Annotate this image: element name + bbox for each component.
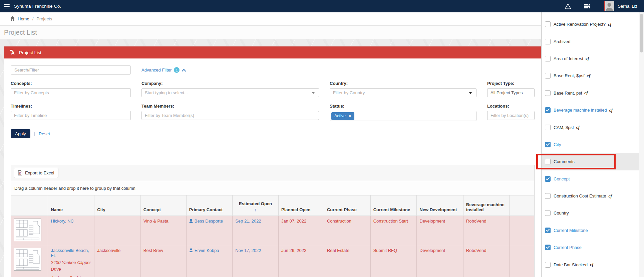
- scrollbar-thumb[interactable]: [640, 14, 643, 52]
- column-header-estimated-open[interactable]: Estimated Open↑: [233, 195, 279, 216]
- checkbox[interactable]: [545, 90, 551, 96]
- filter-field-control[interactable]: [141, 88, 319, 97]
- column-chooser-item-base-rent-psf[interactable]: Base Rent, $psf cf: [542, 67, 639, 84]
- filter-input-team-members[interactable]: [145, 113, 316, 118]
- svg-text:A: A: [11, 50, 15, 55]
- filter-field-label: Status:: [330, 104, 476, 109]
- filter-field-control[interactable]: [11, 88, 131, 97]
- column-header-name[interactable]: Name: [48, 195, 94, 216]
- filter-field-control[interactable]: [330, 88, 476, 97]
- reset-link[interactable]: Reset: [39, 131, 50, 136]
- checkbox[interactable]: [545, 142, 551, 147]
- cell-planned-open: Jan 07, 2022: [279, 216, 324, 245]
- vertical-scrollbar: [639, 12, 644, 277]
- filter-field-label: Company:: [141, 81, 319, 86]
- filter-input-timelines[interactable]: [14, 113, 127, 118]
- column-chooser-item-date-bar-stocked[interactable]: Date Bar Stocked cf: [542, 256, 639, 273]
- checkbox[interactable]: [545, 176, 551, 182]
- checkbox[interactable]: [545, 73, 551, 79]
- checkbox[interactable]: [545, 125, 551, 130]
- column-chooser-item-comments[interactable]: Comments: [542, 153, 639, 170]
- column-header-filler: [509, 195, 534, 216]
- home-icon[interactable]: [10, 16, 15, 22]
- filter-field-control[interactable]: Active✕: [330, 111, 476, 121]
- project-name-link[interactable]: Hickory, NC: [51, 219, 73, 224]
- column-chooser-item-archived[interactable]: Archived: [542, 33, 639, 50]
- column-header-current-milestone[interactable]: Current Milestone: [370, 195, 417, 216]
- advanced-filter-badge: 1: [174, 67, 180, 73]
- filter-field-control[interactable]: [487, 111, 535, 120]
- menu-icon[interactable]: [0, 0, 13, 12]
- column-chooser-item-active-renovation-project[interactable]: Active Renovation Project? cf: [542, 16, 639, 33]
- export-to-excel-button[interactable]: X Export to Excel: [14, 168, 58, 178]
- filter-input-project-type[interactable]: [491, 90, 531, 95]
- primary-contact-link[interactable]: Bess Desporte: [195, 219, 223, 224]
- column-chooser-item-label: Comments: [554, 159, 575, 164]
- check-icon: [546, 246, 550, 249]
- column-chooser-item-city[interactable]: City: [542, 136, 639, 153]
- search-input[interactable]: [11, 65, 131, 75]
- checkbox[interactable]: [545, 245, 551, 250]
- primary-contact[interactable]: Bess Desporte: [189, 219, 223, 224]
- checkbox[interactable]: [545, 262, 551, 268]
- apply-button[interactable]: Apply: [11, 129, 30, 138]
- column-chooser-item-concept[interactable]: Concept: [542, 170, 639, 187]
- filter-input-company[interactable]: [145, 90, 316, 95]
- filter-field-control[interactable]: [141, 111, 319, 120]
- queue-icon[interactable]: [584, 4, 590, 9]
- svg-text:X: X: [19, 172, 21, 175]
- filter-input-locations[interactable]: [491, 113, 531, 118]
- user-name[interactable]: Serna, Liz: [618, 4, 637, 9]
- filter-field-control[interactable]: [487, 88, 535, 97]
- custom-field-icon: cf: [584, 90, 588, 96]
- column-chooser-item-cam-psf[interactable]: CAM, $psf cf: [542, 119, 639, 136]
- advanced-filter-toggle[interactable]: Advanced Filter 1: [141, 67, 186, 73]
- cell-city: Jacksonville: [94, 245, 140, 277]
- primary-contact-link[interactable]: Erwin Kobpa: [195, 248, 219, 253]
- project-name-link[interactable]: Jacksonville Beach, FL: [51, 248, 89, 258]
- checkbox[interactable]: [545, 107, 551, 113]
- cell-estimated-open: Sep 21, 2022: [233, 216, 279, 245]
- avatar[interactable]: [604, 1, 614, 11]
- cell-primary-contact: Bess Desporte: [186, 216, 232, 245]
- check-icon: [546, 143, 550, 146]
- warning-icon[interactable]: [565, 3, 571, 9]
- cell-current-phase: Construction: [324, 216, 370, 245]
- checkbox[interactable]: [545, 228, 551, 233]
- column-header-beverage-machine-installed[interactable]: Beverage machine installed: [463, 195, 509, 216]
- column-header-planned-open[interactable]: Planned Open: [279, 195, 324, 216]
- projects-grid: X Export to Excel Drag a column header a…: [11, 165, 535, 277]
- column-header-current-phase[interactable]: Current Phase: [324, 195, 370, 216]
- breadcrumb-home[interactable]: Home: [18, 16, 29, 21]
- checkbox[interactable]: [545, 56, 551, 61]
- checkbox[interactable]: [545, 193, 551, 199]
- checkbox[interactable]: [545, 39, 551, 44]
- column-chooser-item-current-phase[interactable]: Current Phase: [542, 239, 639, 256]
- column-chooser-item-current-milestone[interactable]: Current Milestone: [542, 222, 639, 239]
- column-chooser-item-country[interactable]: Country: [542, 204, 639, 222]
- custom-field-icon: cf: [587, 73, 591, 79]
- column-chooser-item-area-of-interest[interactable]: Area of Interest cf: [542, 50, 639, 67]
- column-chooser-item-label: Base Rent, $psf: [554, 73, 585, 78]
- checkbox[interactable]: [545, 159, 551, 164]
- column-header-primary-contact[interactable]: Primary Contact: [186, 195, 232, 216]
- column-chooser-item-beverage-machine-installed[interactable]: Beverage machine installed cf: [542, 102, 639, 119]
- remove-icon[interactable]: ✕: [348, 114, 351, 118]
- column-header-concept[interactable]: Concept: [140, 195, 186, 216]
- column-chooser-item-base-rent-psf[interactable]: Base Rent, psf cf: [542, 85, 639, 102]
- filter-input-country[interactable]: [333, 90, 473, 95]
- filter-field-control[interactable]: [11, 111, 131, 120]
- column-header-new-development[interactable]: New Development: [417, 195, 463, 216]
- cell-estimated-open: Nov 17, 2022: [233, 245, 279, 277]
- floorplan-thumbnail[interactable]: [14, 248, 41, 271]
- status-chip[interactable]: Active✕: [331, 112, 354, 120]
- checkbox[interactable]: [545, 21, 551, 27]
- column-chooser-item-construction-cost-estimate[interactable]: Construction Cost Estimate cf: [542, 187, 639, 204]
- filter-field-label: Project Type:: [487, 81, 535, 86]
- floorplan-thumbnail[interactable]: [14, 219, 41, 241]
- column-header-city[interactable]: City: [94, 195, 140, 216]
- filter-input-concepts[interactable]: [14, 90, 127, 95]
- checkbox[interactable]: [545, 210, 551, 216]
- primary-contact[interactable]: Erwin Kobpa: [189, 248, 219, 253]
- contact-icon: [189, 219, 193, 223]
